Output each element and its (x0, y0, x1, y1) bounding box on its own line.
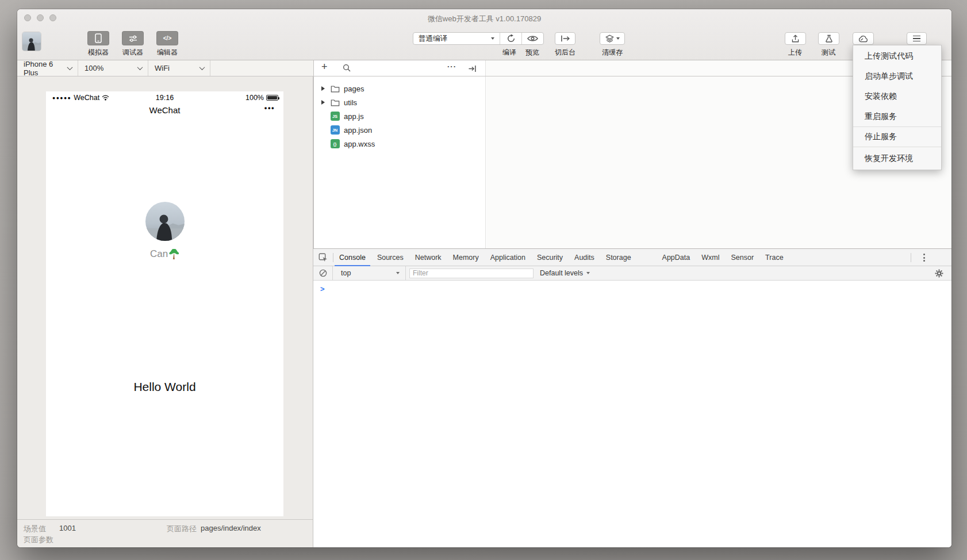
search-icon (343, 64, 351, 72)
cloud-menu-button[interactable] (853, 32, 874, 45)
preview-button[interactable] (521, 33, 543, 44)
console-prompt-chevron[interactable]: > (320, 285, 325, 293)
page-title: WeChat (46, 105, 283, 115)
upload-button[interactable] (785, 32, 806, 45)
chevron-down-icon (137, 64, 143, 70)
phone-icon (95, 33, 102, 43)
tab-sensor[interactable]: Sensor (725, 249, 759, 266)
console-output-area[interactable]: > (313, 281, 951, 547)
tree-folder-pages[interactable]: pages (314, 82, 485, 95)
upload-label: 上传 (778, 48, 812, 57)
phone-nav-bar: WeChat ••• (46, 103, 283, 118)
tab-audits[interactable]: Audits (569, 249, 600, 266)
execution-context-select[interactable]: top (332, 266, 406, 280)
debugger-toggle-label: 调试器 (116, 48, 150, 57)
scene-label: 场景值 (24, 524, 46, 534)
debugger-toggle-button[interactable] (122, 31, 144, 45)
zoom-select-value: 100% (85, 64, 103, 72)
chevron-down-icon (491, 37, 494, 40)
js-file-icon: JS (330, 112, 340, 121)
tab-trace[interactable]: Trace (759, 249, 789, 266)
userinfo-block[interactable]: Can (46, 202, 283, 260)
sliders-icon (129, 35, 137, 42)
battery-area: 100% (245, 94, 278, 102)
expand-arrow-icon[interactable] (321, 86, 325, 91)
inspect-element-button[interactable] (313, 249, 333, 266)
menu-item-restart-service[interactable]: 重启服务 (853, 106, 941, 126)
json-file-icon: JN (330, 125, 340, 135)
menu-item-restore-env[interactable]: 恢复开发环境 (853, 147, 941, 170)
tree-file-appwxss[interactable]: {} app.wxss (314, 137, 485, 151)
zoom-select[interactable]: 100% (78, 60, 148, 76)
device-strip: iPhone 6 Plus 100% WiFi (17, 60, 313, 76)
editor-toggle-button[interactable]: </> (156, 31, 178, 45)
upload-icon (791, 34, 800, 43)
block-icon (319, 269, 327, 277)
devtools-panel: Console Sources Network Memory Applicati… (313, 248, 951, 547)
expand-arrow-icon[interactable] (321, 100, 325, 105)
user-avatar-large[interactable] (145, 202, 185, 241)
log-levels-select[interactable]: Default levels (540, 269, 590, 277)
folder-icon (330, 99, 340, 106)
tab-security[interactable]: Security (531, 249, 569, 266)
chevron-down-icon (586, 272, 590, 274)
phone-screen: ●●●●● WeChat 19:16 100% (46, 91, 283, 516)
simulator-footer: 场景值 1001 页面路径 pages/index/index 页面参数 (17, 519, 313, 547)
tab-application[interactable]: Application (485, 249, 531, 266)
inspect-cursor-icon (319, 253, 328, 262)
device-select[interactable]: iPhone 6 Plus (17, 60, 78, 76)
window-title: 微信web开发者工具 v1.00.170829 (17, 14, 951, 24)
console-filter-input[interactable] (409, 269, 534, 278)
clear-cache-button[interactable] (600, 32, 625, 45)
tab-appdata[interactable]: AppData (657, 249, 696, 266)
preview-button-label: 预览 (519, 48, 546, 57)
code-icon: </> (163, 35, 171, 41)
devtools-tab-bar: Console Sources Network Memory Applicati… (313, 249, 951, 266)
desktop-background: 微信web开发者工具 v1.00.170829 模拟器 (0, 0, 967, 560)
scene-value: 1001 (59, 524, 76, 532)
tab-wxml[interactable]: Wxml (696, 249, 725, 266)
divider (911, 253, 911, 262)
hello-world-text: Hello World (46, 380, 283, 394)
compile-button[interactable] (500, 33, 521, 44)
compile-mode-select[interactable]: 普通编译 (413, 33, 500, 44)
test-button[interactable] (818, 32, 839, 45)
battery-percent: 100% (245, 94, 264, 102)
tree-folder-utils[interactable]: utils (314, 95, 485, 109)
network-select[interactable]: WiFi (148, 60, 210, 76)
app-window: 微信web开发者工具 v1.00.170829 模拟器 (17, 9, 951, 547)
clear-console-button[interactable] (313, 269, 332, 277)
switch-background-button[interactable] (555, 32, 575, 45)
editor-toggle-label: 编辑器 (150, 48, 185, 57)
tab-console[interactable]: Console (333, 249, 371, 266)
menu-item-start-step-debug[interactable]: 启动单步调试 (853, 66, 941, 86)
file-tree-panel: pages utils JS app.js JN app.json (313, 76, 486, 248)
more-menu-button[interactable] (907, 32, 927, 45)
secondary-toolbar: iPhone 6 Plus 100% WiFi + (17, 60, 951, 76)
collapse-panel-button[interactable] (468, 64, 477, 75)
nav-more-button[interactable]: ••• (264, 103, 275, 112)
user-avatar[interactable] (22, 32, 41, 51)
menu-item-upload-test-code[interactable]: 上传测试代码 (853, 46, 941, 66)
test-label: 测试 (811, 48, 846, 57)
tree-file-appjson[interactable]: JN app.json (314, 123, 485, 137)
user-nickname: Can (46, 248, 283, 260)
tree-item-label: app.wxss (344, 140, 375, 148)
palm-tree-emoji (168, 249, 179, 260)
folder-icon (330, 85, 340, 93)
tab-storage[interactable]: Storage (600, 249, 637, 266)
tree-item-label: utils (344, 98, 357, 107)
simulator-toggle-button[interactable] (87, 31, 109, 45)
devtools-overflow-menu-button[interactable] (923, 254, 925, 262)
menu-item-stop-service[interactable]: 停止服务 (853, 126, 941, 147)
file-tree-more-button[interactable]: ··· (447, 62, 456, 71)
menu-item-install-deps[interactable]: 安装依赖 (853, 86, 941, 106)
search-button[interactable] (343, 64, 351, 74)
page-path-label: 页面路径 (167, 524, 197, 534)
tree-file-appjs[interactable]: JS app.js (314, 109, 485, 123)
console-settings-button[interactable] (935, 269, 943, 280)
tab-sources[interactable]: Sources (371, 249, 409, 266)
add-file-button[interactable]: + (321, 61, 328, 73)
tab-network[interactable]: Network (409, 249, 447, 266)
tab-memory[interactable]: Memory (447, 249, 485, 266)
